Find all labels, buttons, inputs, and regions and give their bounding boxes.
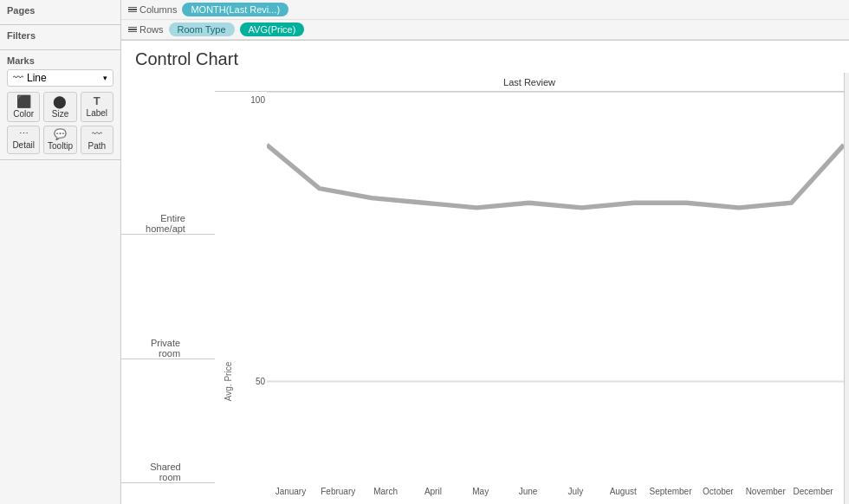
scrollbar[interactable] — [844, 73, 849, 504]
rows-pill-roomtype[interactable]: Room Type — [169, 23, 235, 36]
line-icon: 〰 — [13, 72, 23, 84]
x-axis: JanuaryFebruaryMarchAprilMayJuneJulyAugu… — [267, 483, 844, 504]
path-icon: 〰 — [92, 129, 102, 139]
x-axis-label: February — [314, 483, 362, 504]
pages-section: Pages — [0, 0, 120, 25]
filters-label: Filters — [7, 30, 113, 41]
y-axis-entire-home: 100500 — [243, 92, 267, 483]
x-axis-label: December — [789, 483, 837, 504]
marks-type-selector[interactable]: 〰 Line ▾ — [7, 69, 113, 87]
marks-buttons: ⬛ Color ⬤ Size T Label ⋯ Detail 💬 Toolti… — [7, 92, 113, 154]
toolbars: Columns MONTH(Last Revi...) Rows Room Ty… — [121, 0, 849, 41]
row-label-private-room: Private room — [121, 235, 215, 359]
y-tick: 100 — [250, 95, 265, 105]
path-label: Path — [88, 141, 107, 151]
marks-type-label: Line — [27, 72, 47, 84]
label-icon: T — [94, 95, 100, 107]
detail-icon: ⋯ — [19, 129, 29, 139]
y-axis-label-entire-home: Avg. Price — [224, 362, 234, 401]
chart-title: Control Chart — [121, 41, 849, 73]
charts-grid: Last Review Avg. Price100500Avg. Price50… — [215, 73, 844, 504]
tooltip-button[interactable]: 💬 Tooltip — [43, 126, 76, 154]
color-label: Color — [13, 109, 34, 119]
label-label: Label — [87, 108, 107, 118]
x-axis-label: January — [267, 483, 314, 504]
size-label: Size — [52, 109, 68, 119]
x-axis-label: September — [647, 483, 695, 504]
x-axis-label: November — [742, 483, 789, 504]
plot-area-entire-home — [267, 92, 844, 483]
columns-toolbar: Columns MONTH(Last Revi...) — [121, 0, 849, 20]
row-label-entire-home: Entire home/apt — [121, 111, 215, 235]
chart-area: Control Chart Entire home/aptPrivate roo… — [121, 41, 849, 504]
columns-icon — [128, 7, 137, 13]
rows-pill-avgprice[interactable]: AVG(Price) — [240, 23, 305, 36]
rows-label: Rows — [128, 24, 164, 35]
col-header: Last Review — [215, 73, 844, 92]
data-line-entire-home — [267, 145, 844, 207]
y-tick: 50 — [256, 377, 265, 386]
x-axis-label: October — [694, 483, 742, 504]
label-button[interactable]: T Label — [81, 92, 113, 122]
marks-label: Marks — [7, 55, 113, 66]
pages-label: Pages — [7, 5, 113, 16]
sidebar: Pages Filters Marks 〰 Line ▾ ⬛ Color ⬤ S… — [0, 0, 121, 504]
row-label-shared-room: Shared room — [121, 359, 215, 483]
rows-toolbar: Rows Room Type AVG(Price) — [121, 20, 849, 40]
tooltip-icon: 💬 — [54, 129, 67, 139]
chart-panel-entire-home: Avg. Price100500 — [215, 92, 844, 483]
columns-label: Columns — [128, 4, 177, 15]
col-header-label: Last Review — [215, 77, 844, 87]
chevron-down-icon: ▾ — [103, 74, 107, 82]
x-axis-label: March — [362, 483, 410, 504]
x-axis-label: June — [504, 483, 552, 504]
chart-panels: Avg. Price100500Avg. Price50403020100Avg… — [215, 92, 844, 483]
chart-main: Entire home/aptPrivate roomShared room L… — [121, 73, 849, 504]
color-icon: ⬛ — [16, 95, 31, 107]
main-content: Columns MONTH(Last Revi...) Rows Room Ty… — [121, 0, 849, 504]
row-labels: Entire home/aptPrivate roomShared room — [121, 73, 215, 504]
rows-icon — [128, 27, 137, 33]
size-icon: ⬤ — [53, 95, 67, 107]
detail-label: Detail — [12, 140, 35, 150]
detail-button[interactable]: ⋯ Detail — [7, 126, 40, 154]
y-axis-label-wrap-entire-home: Avg. Price — [215, 92, 243, 483]
x-axis-label: April — [409, 483, 457, 504]
x-axis-label: July — [552, 483, 599, 504]
x-axis-label: May — [457, 483, 504, 504]
columns-pill[interactable]: MONTH(Last Revi...) — [182, 3, 288, 16]
size-button[interactable]: ⬤ Size — [43, 92, 76, 122]
tooltip-label: Tooltip — [48, 141, 73, 151]
plot-svg-entire-home — [267, 92, 844, 483]
color-button[interactable]: ⬛ Color — [7, 92, 40, 122]
x-axis-label: August — [599, 483, 647, 504]
path-button[interactable]: 〰 Path — [81, 126, 113, 154]
filters-section: Filters — [0, 25, 120, 50]
marks-section: Marks 〰 Line ▾ ⬛ Color ⬤ Size T Label ⋯ … — [0, 50, 120, 160]
